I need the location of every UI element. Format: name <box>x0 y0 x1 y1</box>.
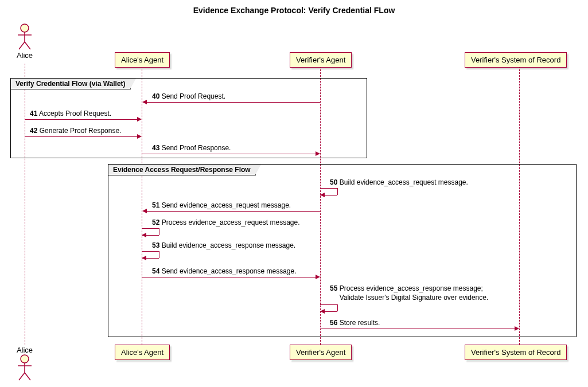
participant-alice-agent-bottom: Alice's Agent <box>115 345 170 360</box>
message-num: 54 <box>152 267 159 275</box>
message-56: 56 Store results. <box>330 319 380 327</box>
arrow-head <box>142 209 147 213</box>
svg-line-8 <box>19 373 25 380</box>
arrow-head <box>142 100 147 104</box>
message-text: Build evidence_access_response message. <box>162 241 295 249</box>
arrow-head <box>137 134 142 139</box>
message-53: 53 Build evidence_access_response messag… <box>152 241 295 249</box>
message-text: Send Proof Response. <box>162 144 231 152</box>
group-label-text: Evidence Access Request/Response Flow <box>113 166 251 174</box>
message-52: 52 Process evidence_access_request messa… <box>152 218 300 226</box>
actor-alice-bottom: Alice <box>13 345 36 381</box>
svg-line-9 <box>25 373 30 380</box>
group-evidence-access: Evidence Access Request/Response Flow <box>108 164 577 337</box>
sequence-diagram: Alice Alice's Agent Verifier's Agent Ver… <box>6 24 582 385</box>
message-num: 41 <box>30 110 37 118</box>
svg-point-0 <box>21 24 29 32</box>
group-label-text: Verify Credential Flow (via Wallet) <box>15 80 126 88</box>
svg-point-5 <box>21 355 29 363</box>
message-num: 52 <box>152 218 159 226</box>
group-label: Verify Credential Flow (via Wallet) <box>11 79 131 89</box>
message-43: 43 Send Proof Response. <box>152 144 231 152</box>
message-41: 41 Accepts Proof Request. <box>30 110 111 118</box>
message-num: 42 <box>30 127 37 135</box>
participant-verifier-agent-bottom: Verifier's Agent <box>290 345 352 360</box>
message-54: 54 Send evidence_access_response message… <box>152 267 297 275</box>
arrow <box>146 102 320 103</box>
participant-verifier-sor-top: Verifier's System of Record <box>465 52 567 68</box>
arrow-head <box>316 275 320 279</box>
message-50: 50 Build evidence_access_request message… <box>330 178 468 186</box>
message-40: 40 Send Proof Request. <box>152 92 225 100</box>
person-icon <box>16 24 33 50</box>
message-text: Process evidence_access_request message. <box>162 218 300 226</box>
message-text: Send Proof Request. <box>162 92 225 100</box>
person-icon <box>16 354 33 381</box>
actor-label: Alice <box>13 346 36 354</box>
participant-alice-agent-top: Alice's Agent <box>115 52 170 68</box>
diagram-title: Evidence Exchange Protocol: Verify Crede… <box>6 6 582 15</box>
arrow-head <box>316 151 320 156</box>
message-num: 51 <box>152 201 159 209</box>
arrow <box>25 136 138 137</box>
arrow-head <box>515 326 519 331</box>
svg-line-4 <box>25 42 30 49</box>
message-num: 40 <box>152 92 159 100</box>
message-text: Store results. <box>340 319 380 327</box>
message-text: Send evidence_access_response message. <box>162 267 297 275</box>
arrow <box>320 329 515 329</box>
message-51: 51 Send evidence_access_request message. <box>152 201 291 209</box>
arrow <box>142 154 316 154</box>
arrow-head <box>137 117 142 122</box>
arrow <box>146 211 320 212</box>
message-42: 42 Generate Proof Response. <box>30 127 121 135</box>
message-text: Send evidence_access_request message. <box>162 201 291 209</box>
message-num: 50 <box>330 178 337 186</box>
message-num: 55 <box>330 284 337 292</box>
svg-line-3 <box>19 42 25 49</box>
actor-alice-top: Alice <box>13 24 36 60</box>
message-num: 53 <box>152 241 159 249</box>
message-num: 56 <box>330 319 337 327</box>
message-text: Generate Proof Response. <box>40 127 122 135</box>
message-55: 55 Process evidence_access_response mess… <box>330 284 488 302</box>
group-label: Evidence Access Request/Response Flow <box>108 165 256 175</box>
arrow <box>25 119 138 120</box>
message-text: Build evidence_access_request message. <box>340 178 468 186</box>
arrow <box>142 277 316 277</box>
message-text: Accepts Proof Request. <box>39 110 111 118</box>
message-text-line2: Validate Issuer's Digital Signature over… <box>340 294 489 302</box>
actor-label: Alice <box>13 51 36 60</box>
message-num: 43 <box>152 144 159 152</box>
participant-verifier-agent-top: Verifier's Agent <box>290 52 352 68</box>
participant-verifier-sor-bottom: Verifier's System of Record <box>465 345 567 360</box>
message-text-line1: Process evidence_access_response message… <box>340 284 483 292</box>
